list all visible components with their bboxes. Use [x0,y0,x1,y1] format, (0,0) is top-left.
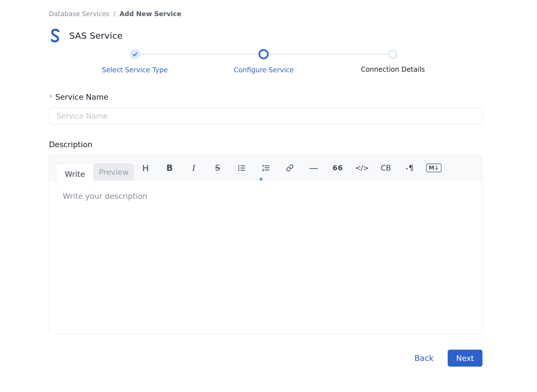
italic-icon: I [192,163,195,173]
bold-button[interactable]: B [163,161,176,175]
link-button[interactable] [283,161,296,175]
svg-text:1: 1 [262,164,264,168]
editor-toolbar-bar: Write Preview H B I S [49,155,482,180]
inline-code-icon: </> [355,164,368,172]
service-name-label: *Service Name [49,93,482,101]
description-placeholder: Write your description [63,192,469,201]
bulleted-list-button[interactable] [235,161,248,175]
wizard-actions: Back Next [49,350,482,367]
required-asterisk: * [49,93,53,101]
strikethrough-icon: S [215,163,220,173]
bold-icon: B [166,163,173,173]
heading-button[interactable]: H [139,161,152,175]
sas-logo-icon [49,29,61,43]
add-service-page: Database Services / Add New Service SAS … [0,0,537,367]
back-button[interactable]: Back [414,354,434,363]
paragraph-button[interactable]: ▸¶ [403,161,417,175]
breadcrumb: Database Services / Add New Service [49,10,482,18]
markdown-button[interactable]: M↓ [427,161,441,175]
page-header: SAS Service [49,28,482,43]
step-label-configure-service: Configure Service [234,66,294,74]
tab-write[interactable]: Write [56,164,94,184]
step-completed-icon [130,49,140,59]
quote-button[interactable]: 66 [331,161,345,175]
paragraph-icon: ▸¶ [406,164,413,172]
code-block-button[interactable]: CB [379,161,393,175]
inline-code-button[interactable]: </> [355,161,369,175]
heading-icon: H [142,163,149,173]
numbered-list-button[interactable]: 1 2 [259,161,272,175]
horizontal-rule-icon: — [309,163,318,173]
step-label-connection-details: Connection Details [361,66,425,73]
tab-preview[interactable]: Preview [94,164,134,180]
page-title: SAS Service [69,31,123,41]
step-select-service-type[interactable]: Select Service Type [102,49,168,74]
step-pending-icon [388,50,397,59]
next-button[interactable]: Next [448,350,482,367]
link-icon [286,164,294,172]
editor-toolbar: H B I S [139,155,441,180]
bulleted-list-icon [238,164,246,172]
step-connection-details[interactable]: Connection Details [361,49,425,73]
breadcrumb-add-new-service: Add New Service [120,10,181,18]
quote-icon: 66 [333,164,343,172]
numbered-list-icon: 1 2 [262,164,270,172]
step-label-select-service-type: Select Service Type [102,66,168,74]
code-block-icon: CB [381,164,391,172]
horizontal-rule-button[interactable]: — [307,161,321,175]
description-label: Description [49,140,482,149]
step-active-icon [259,49,269,59]
service-name-input[interactable] [49,108,482,124]
svg-text:2: 2 [262,168,264,172]
wizard-stepper: Select Service Type Configure Service Co… [49,49,482,75]
markdown-icon: M↓ [426,164,442,172]
breadcrumb-database-services[interactable]: Database Services [49,10,109,18]
check-icon [132,51,138,57]
description-textarea[interactable]: Write your description [49,180,482,335]
step-configure-service[interactable]: Configure Service [234,49,294,74]
italic-button[interactable]: I [187,161,200,175]
strikethrough-button[interactable]: S [211,161,224,175]
paragraph-cursor-arrow: ▸ [406,166,408,171]
breadcrumb-separator: / [113,10,116,18]
markdown-editor: Write Preview H B I S [49,155,482,334]
numbered-list-active-indicator [260,178,262,180]
